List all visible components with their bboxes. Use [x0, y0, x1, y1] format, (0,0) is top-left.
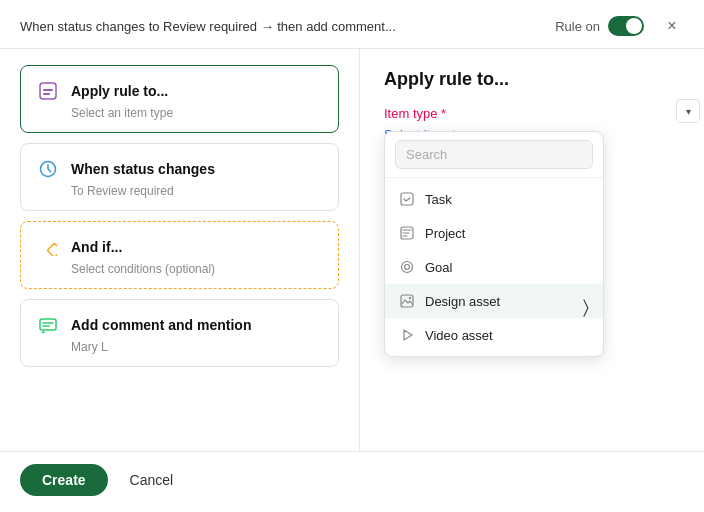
step-1-title: Apply rule to... [71, 83, 168, 99]
step-when-status[interactable]: When status changes To Review required [20, 143, 339, 211]
project-label: Project [425, 226, 465, 241]
design-asset-label: Design asset [425, 294, 500, 309]
dropdown-list: Task Project [385, 178, 603, 356]
goal-label: Goal [425, 260, 452, 275]
svg-rect-5 [40, 319, 56, 330]
rule-description: When status changes to Review required →… [20, 19, 555, 34]
when-status-icon [35, 156, 61, 182]
step-4-title: Add comment and mention [71, 317, 251, 333]
item-type-label: Item type * [384, 106, 680, 121]
step-add-comment[interactable]: Add comment and mention Mary L [20, 299, 339, 367]
svg-point-11 [409, 297, 411, 299]
svg-rect-6 [401, 193, 413, 205]
dropdown-item-design-asset[interactable]: Design asset 〉 [385, 284, 603, 318]
and-if-icon [35, 234, 61, 260]
rule-on-label: Rule on [555, 19, 600, 34]
modal-header: When status changes to Review required →… [0, 0, 704, 49]
rule-on-area: Rule on [555, 16, 644, 36]
svg-point-9 [405, 265, 410, 270]
rule-toggle[interactable] [608, 16, 644, 36]
step-header: Apply rule to... [35, 78, 324, 104]
svg-marker-12 [404, 330, 412, 340]
dropdown-arrow-button[interactable]: ▾ [676, 99, 700, 123]
header-right: Rule on × [555, 14, 684, 38]
cursor-icon: 〉 [583, 297, 589, 318]
step-2-title: When status changes [71, 161, 215, 177]
required-mark: * [441, 106, 446, 121]
search-box [385, 132, 603, 178]
modal: When status changes to Review required →… [0, 0, 704, 512]
goal-icon [399, 259, 415, 275]
apply-rule-icon [35, 78, 61, 104]
create-button[interactable]: Create [20, 464, 108, 496]
close-button[interactable]: × [660, 14, 684, 38]
dropdown-item-project[interactable]: Project [385, 216, 603, 250]
dropdown-item-goal[interactable]: Goal [385, 250, 603, 284]
step-3-subtitle: Select conditions (optional) [71, 262, 324, 276]
modal-footer: Create Cancel [0, 451, 704, 508]
step-2-subtitle: To Review required [71, 184, 324, 198]
dropdown-item-task[interactable]: Task [385, 182, 603, 216]
video-asset-label: Video asset [425, 328, 493, 343]
step-header-4: Add comment and mention [35, 312, 324, 338]
svg-rect-1 [43, 89, 53, 91]
right-panel: Apply rule to... Item type * Select item… [360, 49, 704, 451]
add-comment-icon [35, 312, 61, 338]
svg-rect-4 [47, 243, 57, 256]
task-icon [399, 191, 415, 207]
step-1-subtitle: Select an item type [71, 106, 324, 120]
svg-point-8 [402, 262, 413, 273]
project-icon [399, 225, 415, 241]
step-3-title: And if... [71, 239, 122, 255]
svg-rect-2 [43, 93, 50, 95]
modal-body: Apply rule to... Select an item type Whe… [0, 49, 704, 451]
item-type-dropdown: Task Project [384, 131, 604, 357]
video-asset-icon [399, 327, 415, 343]
cancel-button[interactable]: Cancel [120, 464, 184, 496]
left-panel: Apply rule to... Select an item type Whe… [0, 49, 360, 451]
search-input[interactable] [395, 140, 593, 169]
right-panel-title: Apply rule to... [384, 69, 680, 90]
task-label: Task [425, 192, 452, 207]
step-and-if[interactable]: And if... Select conditions (optional) [20, 221, 339, 289]
svg-rect-10 [401, 295, 413, 307]
step-apply-rule[interactable]: Apply rule to... Select an item type [20, 65, 339, 133]
step-header-3: And if... [35, 234, 324, 260]
step-4-subtitle: Mary L [71, 340, 324, 354]
design-asset-icon [399, 293, 415, 309]
step-header-2: When status changes [35, 156, 324, 182]
dropdown-item-video-asset[interactable]: Video asset [385, 318, 603, 352]
